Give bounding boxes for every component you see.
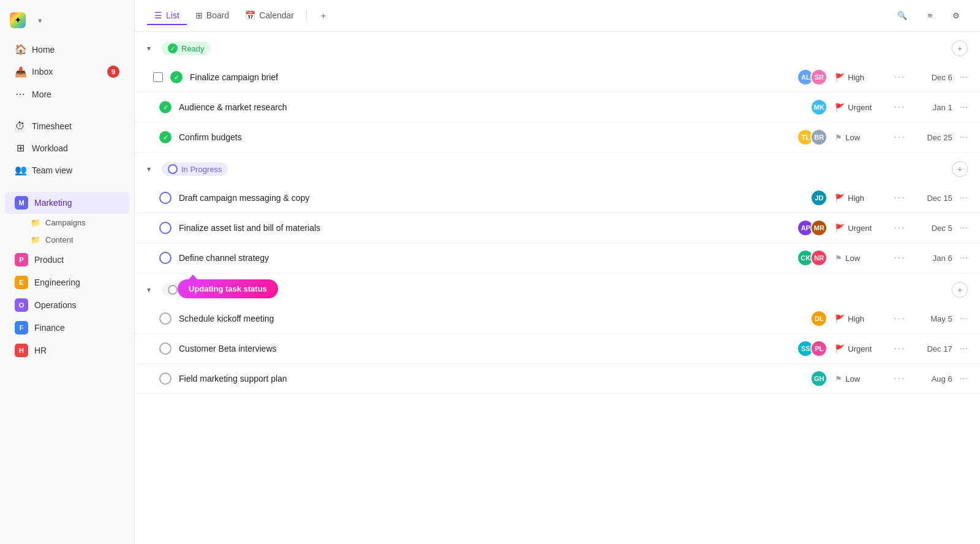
group-add-button-inprogress[interactable]: + — [952, 161, 968, 177]
task-more-button-t7[interactable]: ··· — [960, 313, 968, 324]
group-badge-inprogress[interactable]: In Progress — [162, 162, 228, 176]
customize-button[interactable]: ⚙ — [948, 8, 968, 23]
task-avatars-t1: ALSR — [797, 69, 827, 86]
space-label-marketing: Marketing — [34, 198, 72, 208]
sidebar-space-marketing[interactable]: M Marketing — [5, 192, 129, 214]
task-more-button-t5[interactable]: ··· — [960, 222, 968, 233]
task-options-dots-t2[interactable]: ··· — [891, 102, 908, 113]
task-options-dots-t5[interactable]: ··· — [891, 222, 908, 233]
task-options-dots-t3[interactable]: ··· — [891, 132, 908, 143]
chevron-icon-todo[interactable]: ▾ — [147, 285, 157, 294]
task-status-t8[interactable] — [159, 342, 172, 355]
space-label-hr: HR — [34, 346, 47, 355]
sidebar-item-timesheet[interactable]: ⏱ Timesheet — [5, 116, 129, 137]
tab-board[interactable]: ⊞ Board — [188, 7, 236, 25]
group-add-button-ready[interactable]: + — [952, 40, 968, 56]
task-status-t3[interactable]: ✓ — [159, 131, 172, 143]
space-dot-hr: H — [15, 344, 28, 357]
task-date-t1: Dec 6 — [916, 73, 952, 82]
sidebar-sub-campaigns[interactable]: 📁 Campaigns — [5, 214, 129, 231]
task-date-t6: Jan 6 — [916, 254, 952, 263]
task-status-t6[interactable] — [159, 252, 172, 264]
sidebar-sub-content[interactable]: 📁 Content — [5, 232, 129, 248]
task-row-t8[interactable]: Customer Beta interviews SSPL 🚩 Urgent ·… — [135, 334, 980, 364]
avatar-t5-1: MR — [810, 219, 827, 236]
task-more-button-t4[interactable]: ··· — [960, 192, 968, 203]
group-badge-ready[interactable]: ✓ Ready — [162, 42, 211, 55]
priority-label-t5: Urgent — [848, 224, 872, 233]
sidebar-nav: 🏠 Home 📥 Inbox 9⋯ More — [0, 38, 134, 105]
task-status-t7[interactable] — [159, 312, 172, 325]
sidebar: ✦ ▾ 🏠 Home 📥 Inbox 9⋯ More ⏱ Timesheet⊞ … — [0, 0, 135, 544]
task-priority-t8: 🚩 Urgent — [835, 344, 884, 353]
task-options-dots-t7[interactable]: ··· — [891, 313, 908, 324]
task-more-button-t9[interactable]: ··· — [960, 373, 968, 384]
task-row-t9[interactable]: Field marketing support plan GH ⚑ Low ··… — [135, 364, 980, 394]
task-date-t7: May 5 — [916, 314, 952, 323]
task-row-t1[interactable]: ✓ Finalize campaign brief ALSR 🚩 High ··… — [135, 62, 980, 93]
status-icon-ready: ✓ — [168, 43, 178, 53]
task-row-t4[interactable]: Draft campaign messaging & copy JD 🚩 Hig… — [135, 183, 980, 213]
sidebar-nav-label-more: More — [32, 89, 51, 99]
chevron-icon-inprogress[interactable]: ▾ — [147, 165, 157, 173]
status-icon-inprogress — [168, 164, 178, 174]
tab-calendar[interactable]: 📅 Calendar — [238, 7, 301, 25]
task-more-button-t2[interactable]: ··· — [960, 102, 968, 113]
group-label-inprogress: In Progress — [181, 165, 222, 174]
tab-list[interactable]: ☰ List — [147, 7, 187, 25]
group-header-ready: ▾ ✓ Ready + — [135, 32, 980, 62]
task-status-t5[interactable] — [159, 222, 172, 234]
show-button[interactable]: ≡ — [922, 8, 940, 23]
priority-flag-t9: ⚑ — [835, 374, 842, 383]
calendar-tab-label: Calendar — [259, 10, 294, 20]
task-row-t3[interactable]: ✓ Confirm budgets TLBR ⚑ Low ··· Dec 25 … — [135, 123, 980, 153]
sidebar-item-teamview[interactable]: 👥 Team view — [5, 159, 129, 181]
sidebar-space-finance[interactable]: F Finance — [5, 317, 129, 339]
chevron-icon-ready[interactable]: ▾ — [147, 44, 157, 53]
sidebar-space-product[interactable]: P Product — [5, 249, 129, 271]
task-options-dots-t9[interactable]: ··· — [891, 373, 908, 384]
add-button[interactable]: ＋ — [312, 7, 338, 25]
task-list: ▾ ✓ Ready + ✓ Finalize campaign brief AL… — [135, 32, 980, 544]
group-add-button-todo[interactable]: + — [952, 282, 968, 298]
task-date-t8: Dec 17 — [916, 344, 952, 353]
task-row-t6[interactable]: Define channel strategy CKNR ⚑ Low ··· J… — [135, 243, 980, 273]
task-more-button-t8[interactable]: ··· — [960, 343, 968, 354]
app-logo[interactable]: ✦ ▾ — [0, 7, 134, 38]
task-row-t7[interactable]: Schedule kickoff meeting DL 🚩 High ··· M… — [135, 304, 980, 334]
task-status-t2[interactable]: ✓ — [159, 101, 172, 113]
list-tab-label: List — [166, 10, 179, 20]
sidebar-space-hr[interactable]: H HR — [5, 339, 129, 361]
priority-flag-t8: 🚩 — [835, 344, 845, 353]
task-more-button-t3[interactable]: ··· — [960, 132, 968, 143]
task-checkbox-t1[interactable] — [153, 72, 163, 82]
task-status-t4[interactable] — [159, 192, 172, 204]
status-icon-todo — [168, 285, 178, 295]
sidebar-space-engineering[interactable]: E Engineering — [5, 271, 129, 293]
sidebar-item-more[interactable]: ⋯ More — [5, 83, 129, 105]
task-name-t9: Field marketing support plan — [179, 374, 803, 383]
task-status-t9[interactable] — [159, 372, 172, 385]
task-more-button-t6[interactable]: ··· — [960, 252, 968, 263]
sidebar-item-inbox[interactable]: 📥 Inbox 9 — [5, 61, 129, 83]
top-navigation: ☰ List⊞ Board📅 Calendar ＋ 🔍 ≡ ⚙ — [135, 0, 980, 32]
task-row-t2[interactable]: ✓ Audience & market research MK 🚩 Urgent… — [135, 93, 980, 123]
task-options-dots-t1[interactable]: ··· — [891, 72, 908, 83]
task-more-button-t1[interactable]: ··· — [960, 72, 968, 83]
priority-label-t7: High — [848, 314, 864, 323]
task-date-t4: Dec 15 — [916, 194, 952, 203]
task-options-dots-t8[interactable]: ··· — [891, 343, 908, 354]
sidebar-item-home[interactable]: 🏠 Home — [5, 39, 129, 60]
task-status-t1[interactable]: ✓ — [170, 71, 183, 83]
more-icon: ⋯ — [15, 88, 26, 100]
sidebar-space-operations[interactable]: O Operations — [5, 294, 129, 316]
sidebar-item-workload[interactable]: ⊞ Workload — [5, 137, 129, 159]
task-options-dots-t6[interactable]: ··· — [891, 252, 908, 263]
task-priority-t1: 🚩 High — [835, 73, 884, 82]
task-avatars-t4: JD — [810, 189, 827, 206]
avatar-t2-0: MK — [810, 99, 827, 116]
search-button[interactable]: 🔍 — [892, 8, 915, 23]
task-options-dots-t4[interactable]: ··· — [891, 192, 908, 203]
space-label-operations: Operations — [34, 300, 76, 310]
task-row-t5[interactable]: Finalize asset list and bill of material… — [135, 213, 980, 243]
